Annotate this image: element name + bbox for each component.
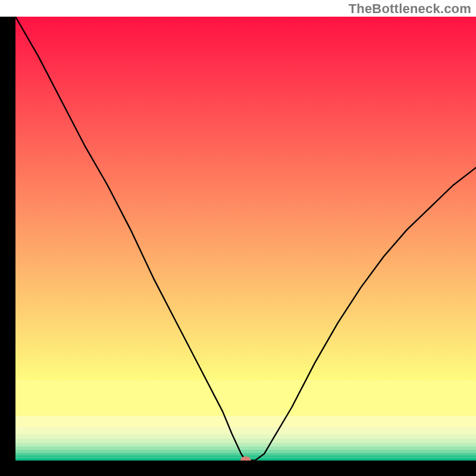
band (15, 434, 476, 438)
bottleneck-chart (0, 17, 476, 476)
band (15, 381, 476, 416)
background-bands (15, 381, 476, 461)
watermark-text: TheBottleneck.com (349, 1, 471, 17)
band (15, 439, 476, 443)
frame-bottom (0, 461, 476, 476)
band (15, 443, 476, 446)
frame-left (0, 17, 15, 476)
plot-area (15, 17, 476, 465)
band (15, 416, 476, 427)
background-gradient (15, 17, 476, 381)
band (15, 446, 476, 449)
band (15, 449, 476, 452)
band (15, 427, 476, 434)
band (15, 453, 476, 455)
chart-stage: TheBottleneck.com (0, 0, 476, 476)
